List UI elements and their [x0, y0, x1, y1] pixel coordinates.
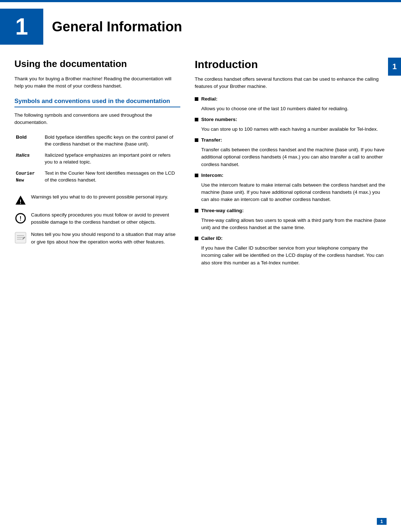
note-text: Notes tell you how you should respond to…: [31, 231, 180, 246]
introduction-desc: The cordless handset offers several func…: [195, 76, 387, 90]
feature-label: Three-way calling:: [201, 208, 244, 213]
feature-label: Store numbers:: [201, 117, 237, 122]
feature-body: Allows you to choose one of the last 10 …: [195, 104, 387, 117]
features-list: Redial: Allows you to choose one of the …: [195, 96, 387, 271]
page-number-bar: 1: [377, 518, 387, 525]
caution-icon: !: [14, 212, 27, 224]
list-item: Three-way calling:: [195, 208, 387, 213]
term-bold: Bold: [14, 132, 43, 150]
page-number: 1: [377, 518, 387, 525]
feature-label: Caller ID:: [201, 236, 222, 241]
table-row: Courier New Text in the Courier New font…: [14, 168, 180, 186]
bullet-icon: [195, 118, 198, 121]
feature-body: Use the intercom feature to make interna…: [195, 180, 387, 208]
note-icon: [14, 232, 27, 244]
feature-label: Redial:: [201, 96, 217, 102]
symbols-desc: The following symbols and conventions ar…: [14, 112, 180, 126]
feature-body: Three-way calling allows two users to sp…: [195, 215, 387, 236]
symbols-title: Symbols and conventions used in the docu…: [14, 97, 180, 107]
right-column: Introduction The cordless handset offers…: [195, 58, 387, 271]
bullet-icon: [195, 237, 198, 240]
list-item: Intercom:: [195, 173, 387, 178]
right-tab: 1: [388, 58, 401, 76]
svg-text:!: !: [19, 199, 21, 205]
introduction-title: Introduction: [195, 58, 387, 71]
chapter-title: General Information: [52, 19, 182, 35]
caution-text: Cautions specify procedures you must fol…: [31, 211, 180, 226]
bullet-icon: [195, 97, 198, 101]
caution-notice: ! Cautions specify procedures you must f…: [14, 211, 180, 226]
term-italics: Italics: [14, 150, 43, 168]
warning-text: Warnings tell you what to do to prevent …: [31, 193, 180, 201]
left-column: Using the documentation Thank you for bu…: [14, 58, 180, 271]
list-item: Transfer:: [195, 137, 387, 143]
warning-icon: !: [14, 194, 27, 206]
svg-text:!: !: [19, 215, 21, 222]
desc-courier: Text in the Courier New font identifies …: [43, 168, 180, 186]
chapter-number: 1: [0, 9, 43, 45]
feature-label: Intercom:: [201, 173, 224, 178]
feature-body: If you have the Caller ID subscriber ser…: [195, 243, 387, 271]
feature-body: You can store up to 100 names with each …: [195, 124, 387, 137]
desc-italics: Italicized typeface emphasizes an import…: [43, 150, 180, 168]
list-item: Store numbers:: [195, 117, 387, 122]
desc-bold: Bold typeface identifies specific keys o…: [43, 132, 180, 150]
list-item: Caller ID:: [195, 236, 387, 241]
table-row: Bold Bold typeface identifies specific k…: [14, 132, 180, 150]
table-row: Italics Italicized typeface emphasizes a…: [14, 150, 180, 168]
term-courier: Courier New: [14, 168, 43, 186]
warning-notice: ! Warnings tell you what to do to preven…: [14, 193, 180, 206]
feature-body: Transfer calls between the cordless hand…: [195, 145, 387, 173]
using-documentation-intro: Thank you for buying a Brother machine! …: [14, 75, 180, 90]
note-notice: Notes tell you how you should respond to…: [14, 231, 180, 246]
feature-label: Transfer:: [201, 137, 222, 143]
chapter-header: 1 General Information: [0, 2, 401, 51]
list-item: Redial:: [195, 96, 387, 102]
bullet-icon: [195, 209, 198, 213]
bullet-icon: [195, 174, 198, 177]
bullet-icon: [195, 138, 198, 142]
content-area: Using the documentation Thank you for bu…: [0, 51, 401, 285]
convention-table: Bold Bold typeface identifies specific k…: [14, 132, 180, 186]
using-documentation-title: Using the documentation: [14, 58, 180, 70]
